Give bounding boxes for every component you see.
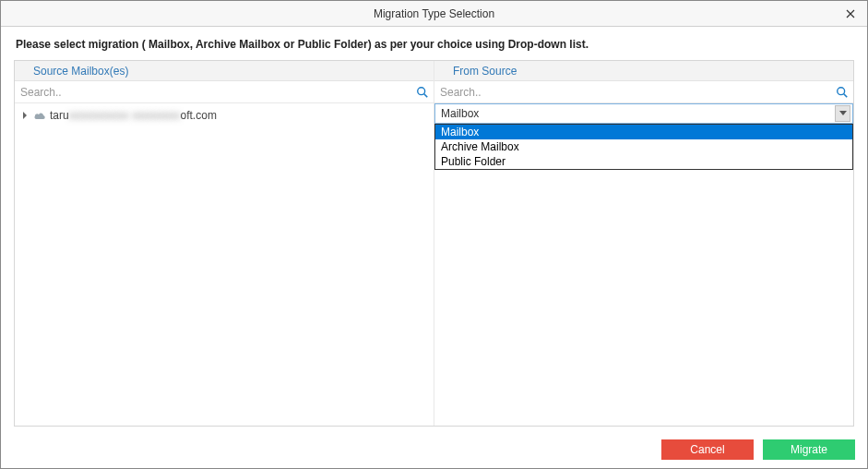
svg-point-2: [838, 87, 845, 94]
from-source-search-input[interactable]: [440, 86, 835, 99]
from-source-search-row: [434, 81, 853, 103]
dropdown-selected-value: Mailbox: [441, 107, 835, 120]
migrate-button[interactable]: Migrate: [763, 439, 855, 460]
source-tree: taruxxxxxxxxxx xxxxxxxxoft.com: [15, 103, 434, 127]
from-source-header: From Source: [434, 61, 853, 81]
search-icon[interactable]: [415, 85, 430, 100]
svg-point-0: [418, 87, 425, 94]
cancel-button[interactable]: Cancel: [661, 439, 754, 460]
svg-line-3: [844, 93, 848, 97]
dropdown-option-public-folder[interactable]: Public Folder: [435, 154, 852, 169]
search-icon[interactable]: [835, 85, 850, 100]
source-search-row: [15, 81, 434, 103]
dropdown-list: Mailbox Archive Mailbox Public Folder: [434, 124, 853, 170]
source-mailboxes-header: Source Mailbox(es): [15, 61, 434, 81]
titlebar: Migration Type Selection: [1, 1, 867, 27]
cloud-icon: [33, 111, 46, 120]
source-search-input[interactable]: [20, 86, 415, 99]
source-mailboxes-column: Source Mailbox(es) taruxxxxxxxxxx xxxxx: [15, 61, 434, 426]
tree-item[interactable]: taruxxxxxxxxxx xxxxxxxxoft.com: [20, 107, 428, 124]
chevron-down-icon[interactable]: [835, 105, 850, 122]
close-icon[interactable]: [841, 5, 860, 23]
from-source-column: From Source Mailbox Mailbox Archive Mail…: [434, 61, 853, 426]
migration-type-dropdown-area: Mailbox Mailbox Archive Mailbox Public F…: [434, 103, 853, 124]
main-panel: Source Mailbox(es) taruxxxxxxxxxx xxxxx: [14, 60, 854, 427]
dropdown-option-mailbox[interactable]: Mailbox: [435, 125, 852, 139]
chevron-right-icon[interactable]: [20, 111, 30, 120]
button-bar: Cancel Migrate: [661, 439, 855, 460]
instruction-text: Please select migration ( Mailbox, Archi…: [1, 27, 867, 60]
svg-line-1: [424, 93, 428, 97]
migration-type-dropdown[interactable]: Mailbox: [434, 103, 853, 124]
dropdown-option-archive-mailbox[interactable]: Archive Mailbox: [435, 139, 852, 154]
tree-item-label: taruxxxxxxxxxx xxxxxxxxoft.com: [50, 109, 217, 122]
window-title: Migration Type Selection: [374, 7, 494, 20]
